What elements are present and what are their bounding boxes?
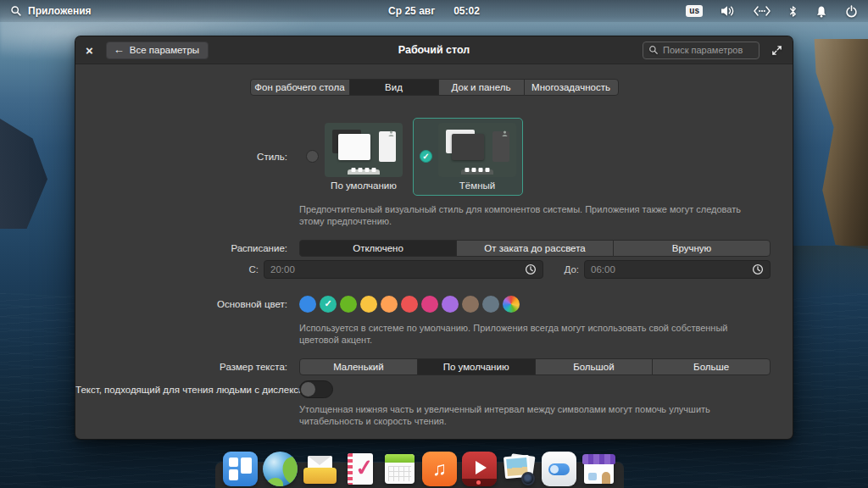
radio-dark[interactable]: ✓ <box>420 150 432 163</box>
accent-color-row: Основной цвет: ✓ <box>75 295 771 313</box>
keyboard-layout-indicator[interactable]: us <box>686 5 703 17</box>
back-arrow-icon: ← <box>114 45 125 54</box>
tab-appearance[interactable]: Вид <box>349 79 439 96</box>
accent-mint-selected[interactable]: ✓ <box>320 296 337 313</box>
dyslexia-toggle[interactable] <box>299 380 333 398</box>
schedule-row: Расписание: Отключено От заката до рассв… <box>75 240 771 257</box>
style-label: Стиль: <box>75 152 287 162</box>
top-panel: Приложения Ср 25 авг 05:02 us <box>0 0 868 22</box>
schedule-sunset-button[interactable]: От заката до рассвета <box>456 240 614 257</box>
back-button-label: Все параметры <box>130 45 199 55</box>
datetime[interactable]: Ср 25 авг 05:02 <box>388 5 480 17</box>
volume-icon[interactable] <box>721 5 736 17</box>
dock-item-music[interactable]: ♫ <box>422 452 457 486</box>
schedule-time-row: С: До: <box>75 260 771 279</box>
person-icon <box>388 125 394 140</box>
accent-color-dots: ✓ <box>299 296 520 313</box>
accent-description: Используется в системе по умолчанию. При… <box>299 322 761 346</box>
accent-red[interactable] <box>401 296 418 313</box>
accent-blue[interactable] <box>299 296 316 313</box>
schedule-disabled-button[interactable]: Отключено <box>299 240 457 257</box>
dock: ✓ ♫ <box>223 452 616 486</box>
wallpaper-cliff-shadow <box>787 246 868 297</box>
search-icon <box>10 5 22 17</box>
dyslexia-label: Текст, подходящий для чтения людьми с ди… <box>75 385 287 395</box>
to-label: До: <box>552 264 579 274</box>
schedule-manual-button[interactable]: Вручную <box>613 240 771 257</box>
style-default-label: По умолчанию <box>331 180 397 191</box>
style-description: Предпочтительный визуальный стиль для ко… <box>299 203 761 227</box>
accent-slate[interactable] <box>482 296 499 313</box>
text-size-default-button[interactable]: По умолчанию <box>417 358 536 375</box>
dock-item-photos[interactable] <box>502 452 537 486</box>
person-icon <box>502 125 508 140</box>
notifications-bell-icon[interactable] <box>815 5 827 18</box>
accent-green[interactable] <box>340 296 357 313</box>
style-option-dark[interactable]: ✓ Тёмный <box>413 118 523 196</box>
time-from-input[interactable] <box>270 264 520 274</box>
search-input[interactable] <box>663 45 754 55</box>
indicator-area: us <box>686 5 858 18</box>
text-size-small-button[interactable]: Маленький <box>299 358 418 375</box>
accent-purple[interactable] <box>442 296 459 313</box>
search-icon <box>648 45 659 55</box>
applications-label: Приложения <box>28 5 92 17</box>
dock-item-mail[interactable] <box>303 452 337 486</box>
style-option-default[interactable]: По умолчанию <box>299 118 409 196</box>
time-label: 05:02 <box>453 5 480 17</box>
schedule-segments: Отключено От заката до рассвета Вручную <box>299 240 771 257</box>
titlebar[interactable]: × ← Все параметры Рабочий стол <box>75 36 793 64</box>
time-to-input[interactable] <box>591 264 747 274</box>
tab-multitasking[interactable]: Многозадачность <box>524 79 619 96</box>
accent-auto-rainbow[interactable] <box>503 296 520 313</box>
dock-item-appcenter[interactable] <box>581 452 616 486</box>
text-size-larger-button[interactable]: Больше <box>652 358 771 375</box>
settings-search[interactable] <box>643 42 760 59</box>
text-size-row: Размер текста: Маленький По умолчанию Бо… <box>75 358 771 375</box>
text-size-large-button[interactable]: Большой <box>535 358 654 375</box>
style-preview-default <box>325 123 403 177</box>
from-label: С: <box>75 264 259 274</box>
dock-item-tasks[interactable]: ✓ <box>342 452 377 486</box>
accent-orange[interactable] <box>381 296 398 313</box>
dock-item-videos[interactable] <box>462 452 497 486</box>
style-preview-dark <box>438 123 516 177</box>
accent-label: Основной цвет: <box>75 299 287 309</box>
applications-menu[interactable]: Приложения <box>10 5 92 17</box>
dock-item-system-settings[interactable] <box>542 452 576 486</box>
clock-icon[interactable] <box>752 263 764 275</box>
network-icon[interactable] <box>754 6 771 16</box>
style-row: Стиль: <box>75 115 771 197</box>
close-button[interactable]: × <box>86 44 93 57</box>
date-label: Ср 25 авг <box>388 5 435 17</box>
accent-pink[interactable] <box>421 296 438 313</box>
accent-brown[interactable] <box>462 296 479 313</box>
tab-dock-panel[interactable]: Док и панель <box>438 79 525 96</box>
dyslexia-description: Утолщенная нижняя часть и увеличенный ин… <box>299 403 761 427</box>
bluetooth-icon[interactable] <box>788 5 798 18</box>
window-title: Рабочий стол <box>398 44 470 56</box>
time-from-field[interactable] <box>264 260 543 279</box>
accent-yellow[interactable] <box>360 296 377 313</box>
text-size-segments: Маленький По умолчанию Большой Больше <box>299 358 771 375</box>
text-size-label: Размер текста: <box>75 362 287 372</box>
power-icon[interactable] <box>845 5 858 18</box>
dock-item-calendar[interactable] <box>382 452 417 486</box>
settings-window: × ← Все параметры Рабочий стол Фон <box>75 36 793 440</box>
maximize-icon[interactable] <box>771 45 782 56</box>
dock-item-app-grid[interactable] <box>223 452 258 486</box>
tab-desktop-background[interactable]: Фон рабочего стола <box>250 79 350 96</box>
toggle-knob <box>301 382 315 396</box>
time-to-field[interactable] <box>584 260 771 279</box>
dyslexia-row: Текст, подходящий для чтения людьми с ди… <box>75 380 771 398</box>
dock-item-web-browser[interactable] <box>263 452 298 486</box>
clock-icon[interactable] <box>525 263 537 275</box>
radio-default[interactable] <box>306 150 319 163</box>
style-dark-label: Тёмный <box>459 180 495 191</box>
all-settings-back-button[interactable]: ← Все параметры <box>106 42 209 59</box>
view-mode-tabs: Фон рабочего стола Вид Док и панель Мног… <box>75 79 793 96</box>
schedule-label: Расписание: <box>75 243 287 253</box>
desktop-screen: Приложения Ср 25 авг 05:02 us <box>0 0 868 488</box>
